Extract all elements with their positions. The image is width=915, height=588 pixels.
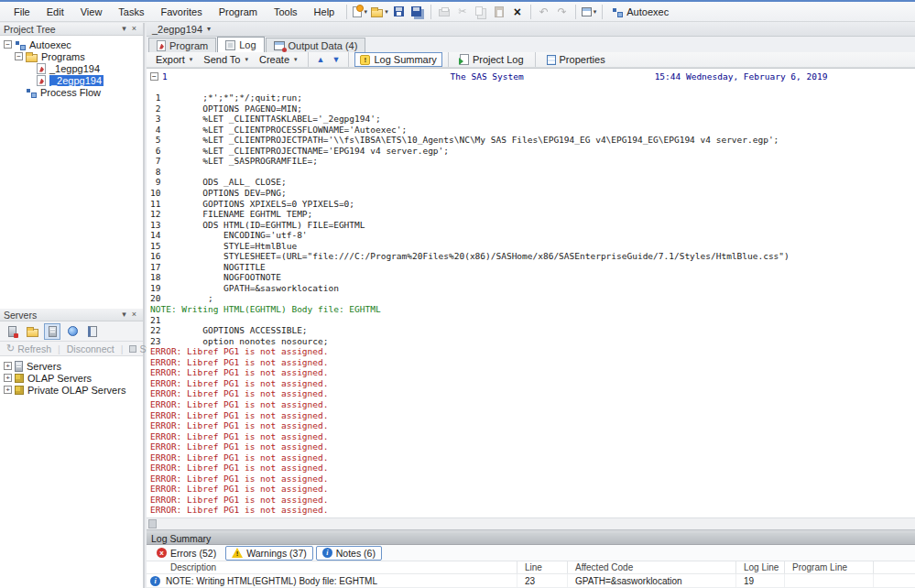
tree-item-label: _1egpg194 (49, 63, 100, 74)
log-error-line: ERROR: Libref PG1 is not assigned. (150, 367, 915, 378)
menu-view[interactable]: View (72, 4, 111, 20)
panel-menu-icon[interactable]: ▾ (119, 310, 129, 319)
previous-arrow-button[interactable]: ▲ (314, 55, 328, 64)
window-button[interactable]: ▾ (580, 3, 599, 21)
servers-title: Servers (4, 310, 37, 321)
save-icon (394, 6, 404, 16)
log-summary-panel: Log Summary xErrors (52)Warnings (37)iNo… (147, 533, 915, 588)
tree-item-process-flow[interactable]: Process Flow (0, 86, 143, 98)
folder-icon (26, 54, 38, 62)
column-affected-code[interactable]: Affected Code (568, 561, 736, 573)
note-icon: i (322, 548, 332, 558)
tree-item-1egpg194[interactable]: _1egpg194 (0, 62, 143, 74)
folder-icon (27, 329, 38, 337)
menu-file[interactable]: File (5, 4, 38, 20)
log-line: 20 ; (150, 293, 915, 304)
globe-button[interactable] (64, 323, 81, 340)
log-line: 21 (150, 315, 915, 326)
chevron-down-icon: ▾ (207, 25, 211, 33)
export-menu-button[interactable]: Export▾ (151, 53, 197, 66)
collapse-icon[interactable]: − (4, 40, 12, 49)
tab-program[interactable]: Program (148, 38, 216, 52)
properties-button[interactable]: Properties (541, 52, 611, 67)
log-summary-filters: xErrors (52)Warnings (37)iNotes (6) (147, 545, 915, 561)
globe-icon (68, 326, 78, 336)
menu-help[interactable]: Help (306, 4, 343, 20)
log-summary-button[interactable]: !Log Summary (354, 52, 441, 67)
create-menu-button[interactable]: Create▾ (255, 53, 302, 66)
log-line: 7 %LET _SASPROGRAMFILE=; (150, 156, 915, 167)
new-icon (353, 6, 362, 17)
save-button[interactable] (390, 3, 408, 21)
tab-output-data-4[interactable]: Output Data (4) (266, 38, 366, 52)
menu-favorites[interactable]: Favorites (152, 4, 210, 20)
table-row[interactable]: i NOTE: Writing HTML(EGHTML) Body file: … (147, 574, 915, 588)
scrollbar-thumb[interactable] (148, 519, 157, 528)
save-all-button[interactable] (408, 3, 427, 21)
tree-item-label: OLAP Servers (27, 373, 92, 384)
collapse-icon[interactable]: − (150, 72, 158, 81)
send-to-menu-button[interactable]: Send To▾ (199, 53, 253, 66)
tree-item-autoexec[interactable]: −Autoexec (0, 38, 143, 50)
server-connect-button[interactable] (4, 323, 20, 340)
tree-item-olap-servers[interactable]: +OLAP Servers (0, 372, 143, 384)
log-page-header: −1 The SAS System 15:44 Wednesday, Febru… (150, 71, 915, 82)
tree-item-label: Autoexec (29, 39, 71, 50)
redo-button: ↷ (553, 3, 572, 21)
collapse-icon[interactable]: − (15, 52, 23, 60)
project-log-button[interactable]: Project Log (454, 52, 529, 67)
column-description[interactable]: Description (147, 561, 517, 573)
error-icon: x (157, 548, 167, 558)
copy-button (472, 3, 490, 21)
tree-item-private-olap-servers[interactable]: +Private OLAP Servers (0, 384, 143, 396)
chevron-down-icon: ▾ (190, 56, 193, 63)
close-icon[interactable]: × (129, 310, 139, 319)
print-icon (439, 9, 450, 16)
column-program-line[interactable]: Program Line (785, 561, 874, 573)
expand-icon[interactable]: + (4, 362, 12, 370)
table-header: Description Line Affected Code Log Line … (147, 561, 915, 574)
toolbar-separator (448, 52, 449, 67)
tree-item-servers[interactable]: +Servers (0, 360, 143, 372)
expand-icon[interactable]: + (4, 386, 12, 394)
errors-filter-button[interactable]: xErrors (52) (150, 546, 223, 561)
folder-button[interactable] (24, 323, 40, 340)
warnings-filter-button[interactable]: Warnings (37) (225, 546, 313, 561)
menu-tools[interactable]: Tools (266, 4, 306, 20)
server-icon (15, 361, 23, 372)
chevron-down-icon: ▾ (364, 8, 367, 16)
expand-icon[interactable]: + (4, 374, 12, 382)
project-tree: −Autoexec−Programs_1egpg194_2egpg194Proc… (0, 36, 143, 98)
open-button[interactable]: ▾ (369, 3, 390, 21)
server-button[interactable] (44, 323, 60, 340)
next-arrow-button[interactable]: ▼ (329, 55, 343, 64)
log-line: 4 %LET _CLIENTPROCESSFLOWNAME='Autoexec'… (150, 125, 915, 136)
tab-log[interactable]: Log (217, 37, 264, 52)
tree-item-label: Servers (27, 361, 61, 372)
delete-button[interactable]: × (508, 3, 527, 21)
logsum-icon: ! (360, 55, 370, 65)
save-all-icon (411, 6, 421, 16)
log-note-line: NOTE: Writing HTML(EGHTML) Body file: EG… (150, 304, 915, 315)
log-view[interactable]: −1 The SAS System 15:44 Wednesday, Febru… (147, 68, 915, 529)
flow-icon (26, 87, 37, 98)
tree-item-programs[interactable]: −Programs (0, 50, 143, 62)
refresh-button: ↻Refresh (4, 343, 54, 354)
panel-menu-icon[interactable]: ▾ (119, 25, 129, 33)
tree-item-2egpg194[interactable]: _2egpg194 (0, 74, 143, 86)
log-error-line: ERROR: Libref PG1 is not assigned. (150, 463, 915, 474)
close-icon[interactable]: × (129, 25, 139, 33)
log-summary-title-bar: Log Summary (147, 533, 915, 545)
column-log-line[interactable]: Log Line (736, 561, 785, 573)
menu-program[interactable]: Program (211, 4, 266, 20)
log-line: 10 OPTIONS DEV=PNG; (150, 188, 915, 199)
menu-tasks[interactable]: Tasks (110, 4, 152, 20)
active-flow-button[interactable]: Autoexec (606, 5, 674, 19)
notes-filter-button[interactable]: iNotes (6) (316, 546, 382, 561)
new-button[interactable]: ▾ (351, 3, 369, 21)
book-button[interactable] (84, 323, 101, 340)
document-selector-bar[interactable]: _2egpg194 ▾ (147, 22, 915, 37)
column-line[interactable]: Line (517, 561, 568, 573)
horizontal-scrollbar[interactable] (147, 517, 915, 529)
menu-edit[interactable]: Edit (38, 4, 72, 20)
